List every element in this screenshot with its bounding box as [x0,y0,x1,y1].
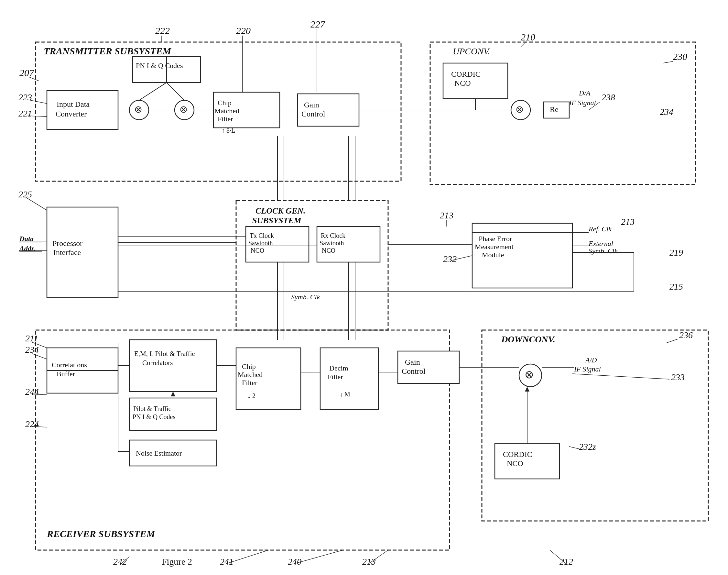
svg-text:↓ 2: ↓ 2 [247,392,255,399]
svg-text:CLOCK GEN.: CLOCK GEN. [255,206,305,215]
svg-text:220: 220 [236,25,251,36]
svg-text:Rx Clock: Rx Clock [321,232,345,239]
svg-text:NCO: NCO [322,247,335,254]
svg-rect-126 [495,443,559,479]
svg-text:⊗: ⊗ [134,104,142,114]
svg-text:PN I & Q Codes: PN I & Q Codes [133,413,175,420]
svg-text:242: 242 [113,556,127,567]
svg-text:221: 221 [19,108,32,119]
svg-text:D/A: D/A [579,89,590,97]
svg-text:↓ M: ↓ M [339,391,350,398]
svg-text:SUBSYSTEM: SUBSYSTEM [252,216,302,225]
svg-text:Chip: Chip [242,363,256,371]
svg-text:A/D: A/D [585,356,597,364]
svg-text:NCO: NCO [454,79,471,88]
svg-text:Chip: Chip [218,99,231,107]
svg-text:Tx Clock: Tx Clock [250,232,274,239]
svg-text:Decim: Decim [329,364,348,372]
svg-text:Input Data: Input Data [57,100,89,108]
svg-text:219: 219 [669,247,683,258]
svg-text:Symb. Clk: Symb. Clk [291,293,320,301]
svg-text:Gain: Gain [304,101,319,109]
svg-text:⊗: ⊗ [180,104,188,114]
svg-text:215: 215 [669,281,683,292]
svg-text:211: 211 [25,333,38,343]
svg-text:244: 244 [25,387,39,397]
svg-text:Ref. Clk: Ref. Clk [588,225,612,233]
svg-text:⊗: ⊗ [524,369,534,380]
svg-rect-31 [443,63,508,99]
svg-text:233: 233 [671,372,685,382]
svg-text:Matched: Matched [214,107,239,115]
svg-text:NCO: NCO [251,247,264,254]
svg-text:Noise Estimator: Noise Estimator [136,449,182,457]
svg-text:Figure 2: Figure 2 [162,556,192,567]
svg-text:PN I & Q Codes: PN I & Q Codes [136,62,183,70]
svg-text:236: 236 [679,330,693,340]
svg-text:212: 212 [559,556,573,567]
svg-text:IF Signal: IF Signal [574,365,601,373]
svg-text:IF Signal: IF Signal [569,99,596,107]
svg-text:232: 232 [443,254,457,264]
svg-text:CORDIC: CORDIC [503,450,532,459]
svg-text:234: 234 [660,107,674,117]
svg-text:240: 240 [288,556,301,567]
svg-text:223: 223 [19,92,32,102]
svg-text:Buffer: Buffer [57,370,75,378]
svg-text:⊗: ⊗ [515,104,523,114]
svg-text:Addr.: Addr. [19,244,36,252]
svg-text:E,M, L Pilot & Traffic: E,M, L Pilot & Traffic [134,350,195,358]
svg-text:Module: Module [482,251,504,259]
svg-text:RECEIVER SUBSYSTEM: RECEIVER SUBSYSTEM [46,529,155,539]
svg-text:External: External [588,239,613,247]
svg-text:Filter: Filter [242,379,257,387]
svg-text:232z: 232z [579,442,596,452]
svg-text:225: 225 [19,189,32,199]
svg-text:Converter: Converter [56,110,87,118]
svg-text:230: 230 [673,51,687,62]
svg-text:Correlators: Correlators [142,359,173,367]
svg-text:UPCONV.: UPCONV. [453,46,490,56]
svg-text:222: 222 [155,25,170,36]
svg-text:234: 234 [25,345,39,354]
svg-text:241: 241 [220,556,233,567]
svg-text:224: 224 [25,419,39,429]
svg-text:Interface: Interface [53,248,81,257]
svg-text:210: 210 [521,32,535,42]
svg-text:↑ 8·L: ↑ 8·L [222,127,235,134]
svg-text:238: 238 [602,92,615,102]
svg-text:Gain: Gain [405,358,420,366]
svg-text:Measurement: Measurement [475,243,514,251]
svg-text:207: 207 [20,67,35,78]
svg-text:Symb. Clk: Symb. Clk [589,247,618,255]
svg-text:Sawtooth: Sawtooth [248,239,273,246]
svg-text:Control: Control [301,110,325,118]
svg-text:213: 213 [362,556,376,567]
svg-text:Filter: Filter [328,373,343,381]
svg-text:213: 213 [440,210,453,221]
svg-text:Sawtooth: Sawtooth [320,239,344,246]
svg-text:Pilot & Traffic: Pilot & Traffic [133,405,172,412]
svg-text:NCO: NCO [507,459,523,468]
svg-text:Correlations: Correlations [52,361,87,369]
main-svg: TRANSMITTER SUBSYSTEM UPCONV. Input Data… [0,0,728,575]
svg-text:227: 227 [311,19,326,29]
svg-text:DOWNCONV.: DOWNCONV. [501,334,555,344]
svg-text:Data: Data [19,235,34,243]
svg-text:Filter: Filter [218,115,233,123]
svg-text:TRANSMITTER SUBSYSTEM: TRANSMITTER SUBSYSTEM [44,46,172,56]
svg-text:Matched: Matched [238,371,263,379]
svg-text:Re: Re [550,105,558,113]
diagram-container: TRANSMITTER SUBSYSTEM UPCONV. Input Data… [0,0,728,575]
svg-text:213: 213 [621,217,634,227]
svg-text:Phase Error: Phase Error [479,235,512,243]
svg-text:Control: Control [402,367,426,375]
svg-text:Processor: Processor [52,239,82,247]
svg-text:CORDIC: CORDIC [451,70,481,78]
